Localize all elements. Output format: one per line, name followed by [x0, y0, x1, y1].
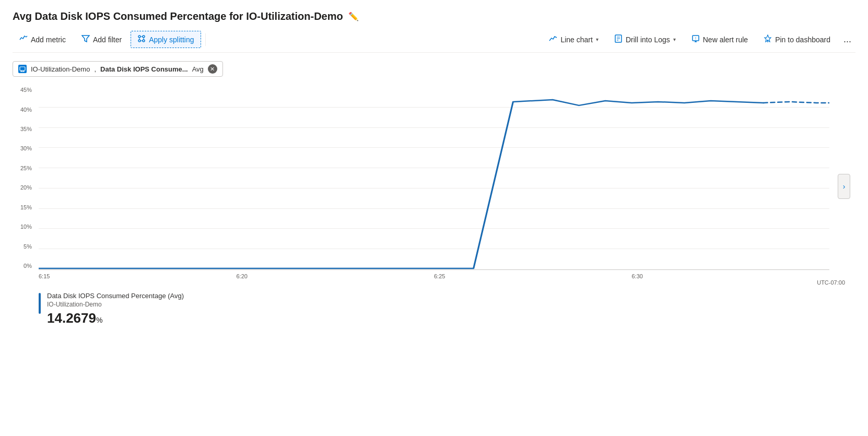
toolbar: Add metric Add filter Apply splitting	[13, 31, 855, 53]
y-label-30: 30%	[13, 146, 36, 151]
svg-point-5	[143, 40, 145, 42]
drill-logs-chevron: ▾	[673, 37, 676, 42]
chart-container: 0% 5% 10% 15% 20% 25% 30% 35% 40% 45%	[13, 87, 855, 286]
svg-text:!: !	[695, 37, 696, 40]
metric-pill: IO-Utilization-Demo, Data Disk IOPS Cons…	[13, 61, 223, 77]
y-label-15: 15%	[13, 205, 36, 210]
x-label-630: 6:30	[632, 273, 643, 279]
y-label-0: 0%	[13, 263, 36, 269]
y-label-35: 35%	[13, 126, 36, 132]
toolbar-separator-1	[205, 33, 206, 46]
pin-to-dashboard-button[interactable]: Pin to dashboard	[757, 31, 837, 48]
utc-label: UTC-07:00	[817, 279, 845, 286]
toolbar-right: Line chart ▾ Drill into Logs ▾ ! New ale…	[542, 31, 855, 48]
y-label-45: 45%	[13, 87, 36, 93]
new-alert-rule-button[interactable]: ! New alert rule	[685, 31, 755, 48]
metric-pill-vm-name: IO-Utilization-Demo	[31, 65, 90, 73]
legend-area: Data Disk IOPS Consumed Percentage (Avg)…	[13, 292, 855, 326]
y-label-20: 20%	[13, 185, 36, 191]
legend-value: 14.2679%	[47, 310, 184, 326]
chevron-right-icon: ›	[843, 182, 846, 191]
add-metric-icon	[19, 34, 28, 44]
metric-pill-metric-name: Data Disk IOPS Consume...	[100, 65, 188, 73]
svg-marker-1	[82, 36, 89, 42]
x-label-620: 6:20	[237, 273, 248, 279]
x-label-625: 6:25	[434, 273, 445, 279]
pin-icon	[764, 34, 772, 44]
apply-splitting-icon	[137, 34, 146, 44]
chart-plot	[39, 87, 829, 270]
y-label-25: 25%	[13, 166, 36, 171]
legend-color-bar	[39, 293, 41, 314]
metric-pill-aggregation: Avg	[192, 65, 204, 73]
add-filter-button[interactable]: Add filter	[75, 31, 128, 48]
y-axis: 0% 5% 10% 15% 20% 25% 30% 35% 40% 45%	[13, 87, 36, 270]
svg-rect-20	[20, 67, 25, 70]
y-label-40: 40%	[13, 107, 36, 113]
apply-splitting-button[interactable]: Apply splitting	[131, 31, 201, 48]
y-label-5: 5%	[13, 244, 36, 250]
chart-svg	[39, 87, 829, 269]
page-title: Avg Data Disk IOPS Consumed Percentage f…	[13, 10, 855, 22]
legend-subtitle: IO-Utilization-Demo	[47, 301, 184, 308]
line-chart-chevron: ▾	[596, 37, 599, 42]
line-chart-icon	[549, 34, 557, 44]
legend-title: Data Disk IOPS Consumed Percentage (Avg)	[47, 292, 184, 300]
y-label-10: 10%	[13, 224, 36, 230]
vm-icon	[18, 65, 27, 73]
line-chart-button[interactable]: Line chart ▾	[542, 31, 605, 48]
legend-text: Data Disk IOPS Consumed Percentage (Avg)…	[47, 292, 184, 326]
add-filter-icon	[81, 34, 90, 44]
add-metric-button[interactable]: Add metric	[13, 31, 73, 48]
new-alert-rule-icon: !	[691, 34, 700, 44]
chart-area: 0% 5% 10% 15% 20% 25% 30% 35% 40% 45%	[13, 87, 845, 286]
drill-into-logs-icon	[614, 34, 623, 44]
svg-point-3	[143, 36, 145, 38]
svg-line-0	[26, 36, 27, 37]
svg-point-4	[138, 40, 140, 42]
edit-title-icon[interactable]: ✏️	[348, 11, 359, 21]
svg-point-2	[138, 36, 140, 38]
expand-chart-button[interactable]: ›	[838, 174, 850, 199]
x-axis: 6:15 6:20 6:25 6:30	[39, 270, 829, 286]
metric-pill-close-button[interactable]: ✕	[208, 64, 217, 74]
drill-into-logs-button[interactable]: Drill into Logs ▾	[607, 31, 683, 48]
x-label-615: 6:15	[39, 273, 50, 279]
more-options-button[interactable]: ...	[839, 31, 855, 48]
